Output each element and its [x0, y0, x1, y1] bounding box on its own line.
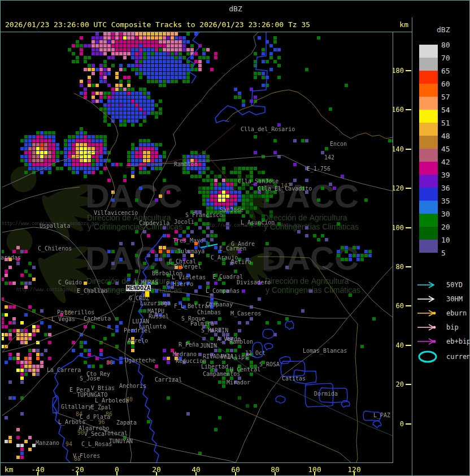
place-label: aredas [1, 254, 21, 261]
place-label: Cacheuta [84, 315, 111, 322]
track-legend-label: 30HM [446, 295, 463, 303]
track-legend-label: eburn [446, 309, 467, 317]
30HM-arrow-icon [417, 295, 439, 304]
bottom-axis-tick [235, 472, 236, 476]
place-label: Manzano [36, 440, 59, 446]
eb+bip-arrow-icon [417, 337, 439, 346]
place-label: SanJose [220, 207, 243, 213]
dbz-scale-label: 20 [441, 223, 458, 231]
place-label: U_Central [230, 366, 260, 373]
right-axis-tick [406, 227, 411, 228]
map-bottom-border [1, 462, 393, 463]
map-right-border [393, 32, 393, 463]
dbz-scale-label: 42 [441, 158, 458, 166]
bottom-axis-tick [354, 472, 355, 476]
bottom-axis-tick [275, 472, 276, 476]
dbz-swatch [419, 240, 438, 253]
track-legend-item: 30HM [417, 295, 469, 304]
place-label: C_Guido [58, 279, 82, 285]
dbz-scale-label: 48 [441, 132, 458, 140]
dbz-swatch [419, 136, 438, 149]
dbz-scale-label: 5 [441, 249, 458, 257]
right-axis-tick [406, 70, 411, 71]
place-label: Potrerillos [57, 309, 94, 315]
dbz-scale-label: 80 [441, 41, 458, 49]
place-label: Medrano [173, 351, 197, 357]
window-title: dBZ [229, 5, 242, 13]
place-label: Ugarteche [125, 357, 155, 364]
route-number-label: 142 [281, 183, 291, 189]
dbz-scale-label: 45 [441, 145, 458, 153]
place-label: L_Vegas [51, 316, 75, 322]
track-legend-label: bip [446, 323, 459, 331]
place-label: Clla_del_Rosario [241, 126, 295, 132]
dbz-swatch [419, 45, 438, 58]
dbz-swatch [419, 58, 438, 71]
place-label: Capdevila [139, 220, 169, 226]
right-axis-tick [406, 423, 411, 425]
place-label: Gltallary [61, 404, 92, 410]
dbz-scale-label: 60 [441, 80, 458, 88]
bottom-axis-tick [156, 472, 157, 476]
place-label: Encon [330, 141, 347, 147]
place-label: Lomas_Blancas [303, 348, 347, 354]
place-label: Totoral [104, 430, 128, 436]
track-legend-item: 50YD [417, 280, 469, 289]
place-label: 12_Oct [245, 350, 266, 356]
place-label: Divisadero [237, 279, 271, 285]
dbz-swatch [419, 214, 438, 227]
dbz-scale-label: 30 [441, 210, 458, 218]
bottom-axis-tick [37, 472, 38, 476]
place-label: L_Arboleda [95, 397, 129, 404]
route-number-label: 40 [126, 396, 133, 403]
route-number-label: 86 [106, 360, 113, 366]
place-label: E_Carmen [219, 245, 246, 252]
dbz-scale-label: 51 [441, 119, 458, 127]
place-label: C_L_Rosas [81, 441, 112, 447]
dbz-scale-label: 35 [441, 197, 458, 205]
dbz-scale-label: 54 [441, 106, 458, 114]
right-axis-unit: km [399, 18, 408, 32]
place-label: Ramblon [174, 161, 198, 167]
dbz-scale-label: 36 [441, 184, 458, 192]
legend-panel: dBZ 807065605754514845423936353020105 50… [412, 18, 470, 476]
dbz-swatch [419, 188, 438, 201]
track-legend-label: current [446, 353, 470, 361]
track-legend-item: current [417, 350, 469, 364]
dbz-swatch [419, 110, 438, 123]
dbz-swatch [419, 227, 438, 240]
place-label: F_L_Beltran [174, 303, 211, 309]
place-label: TUNUYAN [109, 438, 133, 444]
place-label: Luzuriaga [140, 300, 171, 306]
place-label: L_Violetas [172, 274, 206, 280]
dbz-scale-label: 57 [441, 93, 458, 101]
place-label: Chimbas [197, 309, 221, 315]
place-label: Phillips [221, 354, 248, 360]
place-label: R_Peña [179, 341, 199, 348]
track-legend-label: eb+bip [446, 337, 470, 345]
track-legend-item: eb+bip [417, 337, 469, 346]
dbz-swatch [419, 162, 438, 175]
dbz-swatch [419, 201, 438, 214]
right-axis-tick [406, 345, 411, 346]
bottom-axis-tick [314, 472, 315, 476]
title-bar: dBZ [1, 1, 470, 18]
header-bar: 2026/01/23 23:26:00 UTC Composite Tracks… [1, 18, 412, 32]
dbz-swatch [419, 71, 438, 84]
place-label: Catitas [282, 375, 306, 382]
place-label: Mirador [227, 379, 250, 386]
bottom-axis-tick [116, 472, 118, 476]
place-label: La_Carrera [47, 367, 81, 373]
place-label: Anchoris [119, 383, 146, 389]
dbz-scale-label: 70 [441, 54, 458, 62]
route-number-label: 88 [64, 310, 71, 316]
place-label: L_PAZ [373, 412, 390, 418]
place-label: Tulumaya [177, 248, 204, 254]
dbz-swatch [419, 149, 438, 162]
place-label: E_Challao [77, 288, 107, 294]
place-label: S_Jose [80, 375, 100, 382]
dbz-swatch [419, 97, 438, 110]
place-label: E_Zpal [91, 404, 111, 410]
timestamp-text: 2026/01/23 23:26:00 UTC Composite Tracks… [5, 18, 310, 32]
legend-title: dBZ [437, 25, 450, 34]
